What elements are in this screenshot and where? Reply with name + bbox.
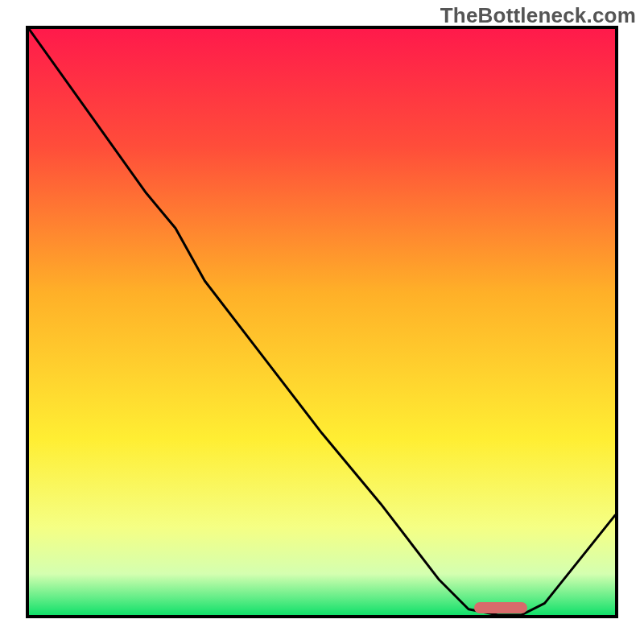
chart-frame: TheBottleneck.com [0,0,644,644]
plot-svg [29,29,615,615]
plot-area [26,26,618,618]
sweet-spot-marker [474,602,527,613]
watermark-text: TheBottleneck.com [440,3,636,28]
gradient-background [29,29,615,615]
